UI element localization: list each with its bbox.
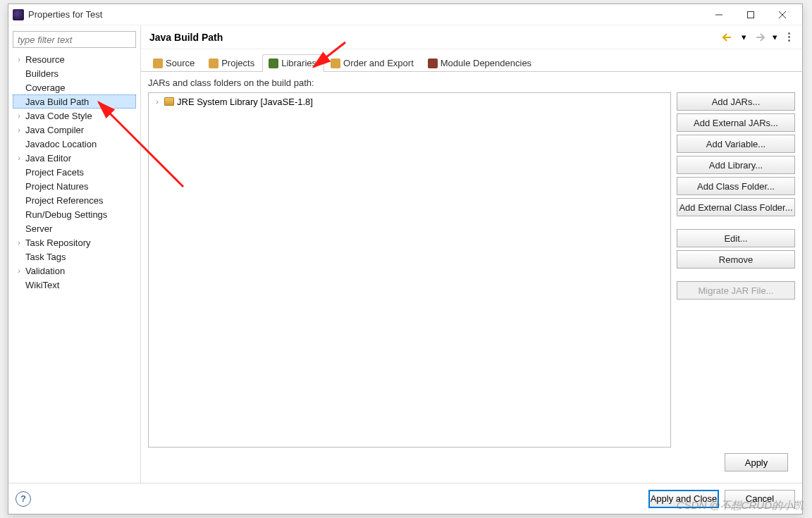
tree-item-label: Java Editor xyxy=(25,153,71,164)
apply-button[interactable]: Apply xyxy=(725,453,788,471)
edit-button[interactable]: Edit... xyxy=(677,229,795,247)
back-icon[interactable] xyxy=(722,31,734,44)
tree-item-label: Java Compiler xyxy=(25,125,84,135)
page-title: Java Build Path xyxy=(149,32,719,43)
remove-button[interactable]: Remove xyxy=(677,250,795,269)
tab-label: Order and Export xyxy=(343,58,414,68)
tree-item-label: Java Build Path xyxy=(25,97,89,107)
tree-item-task-tags[interactable]: Task Tags xyxy=(13,249,136,264)
expand-icon[interactable]: › xyxy=(16,125,23,134)
minimize-button[interactable] xyxy=(703,5,734,25)
expand-icon[interactable]: › xyxy=(153,97,161,106)
tree-item-label: Run/Debug Settings xyxy=(25,209,107,220)
back-dropdown-icon[interactable]: ▾ xyxy=(737,31,750,44)
forward-icon[interactable] xyxy=(753,31,765,44)
expand-icon[interactable]: › xyxy=(16,266,23,275)
tree-item-project-references[interactable]: Project References xyxy=(13,193,136,207)
properties-dialog: Properties for Test ›ResourceBuildersCov… xyxy=(8,4,803,514)
expand-icon[interactable]: › xyxy=(16,111,23,120)
category-tree[interactable]: ›ResourceBuildersCoverageJava Build Path… xyxy=(13,52,136,477)
tree-item-label: Coverage xyxy=(25,82,65,93)
migrate-jar-button[interactable]: Migrate JAR File... xyxy=(677,281,795,300)
add-variable-button[interactable]: Add Variable... xyxy=(677,135,795,153)
maximize-button[interactable] xyxy=(734,5,766,25)
tab-order-and-export[interactable]: Order and Export xyxy=(324,54,422,72)
sidebar: ›ResourceBuildersCoverageJava Build Path… xyxy=(8,25,141,483)
svg-rect-1 xyxy=(747,11,753,18)
libraries-icon xyxy=(269,58,278,68)
tree-item-label: Resource xyxy=(25,54,65,65)
close-button[interactable] xyxy=(766,5,798,25)
source-icon xyxy=(153,58,163,68)
tree-item-label: Validation xyxy=(25,266,65,276)
tree-item-builders[interactable]: Builders xyxy=(13,66,136,80)
tab-label: Source xyxy=(166,58,195,68)
tree-item-label: Builders xyxy=(25,68,59,79)
tree-item-label: Server xyxy=(25,223,52,234)
tree-item-label: Java Code Style xyxy=(25,111,92,121)
help-icon[interactable]: ? xyxy=(16,491,31,507)
add-external-class-folder-button[interactable]: Add External Class Folder... xyxy=(677,198,795,216)
tab-projects[interactable]: Projects xyxy=(202,54,262,72)
library-label: JRE System Library [JavaSE-1.8] xyxy=(177,97,313,107)
tree-item-wikitext[interactable]: WikiText xyxy=(13,278,136,292)
forward-dropdown-icon[interactable]: ▾ xyxy=(768,31,781,44)
tree-item-label: WikiText xyxy=(25,280,59,290)
tree-item-run-debug-settings[interactable]: Run/Debug Settings xyxy=(13,207,136,221)
add-class-folder-button[interactable]: Add Class Folder... xyxy=(677,177,795,195)
menu-icon[interactable] xyxy=(784,31,794,44)
expand-icon[interactable]: › xyxy=(16,55,23,63)
tree-item-coverage[interactable]: Coverage xyxy=(13,80,136,94)
tab-label: Libraries xyxy=(281,58,316,68)
tab-label: Module Dependencies xyxy=(441,58,531,68)
tab-module-dependencies[interactable]: Module Dependencies xyxy=(422,54,539,72)
tab-bar: SourceProjectsLibrariesOrder and ExportM… xyxy=(141,49,802,72)
tree-item-java-code-style[interactable]: ›Java Code Style xyxy=(13,109,136,123)
add-library-button[interactable]: Add Library... xyxy=(677,156,795,174)
tab-libraries[interactable]: Libraries xyxy=(262,54,324,72)
library-item[interactable]: ›JRE System Library [JavaSE-1.8] xyxy=(150,94,669,109)
tree-item-label: Project Natures xyxy=(25,181,89,192)
tree-item-server[interactable]: Server xyxy=(13,221,136,235)
tree-item-task-repository[interactable]: ›Task Repository xyxy=(13,235,136,249)
watermark: CSDN @不想CRUD的小凯 xyxy=(677,499,804,512)
tree-item-label: Task Repository xyxy=(25,238,90,248)
description-label: JARs and class folders on the build path… xyxy=(148,78,795,88)
expand-icon[interactable]: › xyxy=(16,154,23,162)
tree-item-java-build-path[interactable]: Java Build Path xyxy=(13,94,136,109)
eclipse-icon xyxy=(13,9,24,20)
tree-item-label: Task Tags xyxy=(25,252,66,262)
library-icon xyxy=(164,97,174,106)
main-panel: Java Build Path ▾ ▾ SourceProjectsLibrar… xyxy=(141,25,802,483)
tree-item-label: Javadoc Location xyxy=(25,139,97,149)
titlebar: Properties for Test xyxy=(8,4,802,25)
add-external-jars-button[interactable]: Add External JARs... xyxy=(677,113,795,132)
module-icon xyxy=(428,58,438,68)
order-icon xyxy=(331,58,340,68)
page-header: Java Build Path ▾ ▾ xyxy=(141,25,802,49)
tree-item-java-editor[interactable]: ›Java Editor xyxy=(13,151,136,165)
tree-item-validation[interactable]: ›Validation xyxy=(13,264,136,278)
tree-item-label: Project References xyxy=(25,195,104,206)
button-column: Add JARs... Add External JARs... Add Var… xyxy=(677,92,795,448)
tree-item-resource[interactable]: ›Resource xyxy=(13,52,136,66)
tree-item-javadoc-location[interactable]: Javadoc Location xyxy=(13,137,136,151)
add-jars-button[interactable]: Add JARs... xyxy=(677,92,795,111)
tab-source[interactable]: Source xyxy=(147,54,202,72)
tree-item-project-facets[interactable]: Project Facets xyxy=(13,165,136,179)
tree-item-project-natures[interactable]: Project Natures xyxy=(13,179,136,193)
window-title: Properties for Test xyxy=(28,9,102,20)
libraries-list[interactable]: ›JRE System Library [JavaSE-1.8] xyxy=(148,92,671,448)
projects-icon xyxy=(209,58,219,68)
tree-item-label: Project Facets xyxy=(25,167,84,178)
tree-item-java-compiler[interactable]: ›Java Compiler xyxy=(13,123,136,137)
filter-input[interactable] xyxy=(13,31,136,48)
expand-icon[interactable]: › xyxy=(16,238,23,247)
tab-label: Projects xyxy=(221,58,254,68)
